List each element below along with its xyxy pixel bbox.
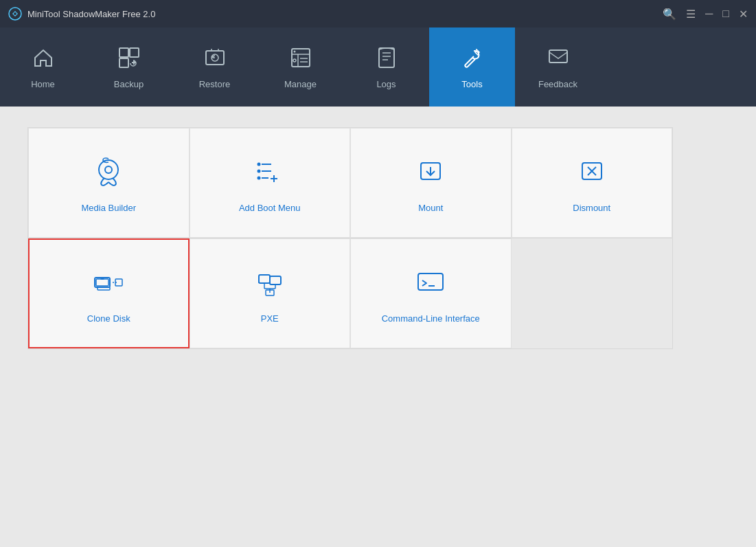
feedback-icon — [546, 45, 571, 74]
nav-label-manage: Manage — [284, 79, 317, 89]
svg-rect-14 — [379, 48, 394, 67]
search-icon[interactable]: 🔍 — [663, 8, 676, 21]
svg-rect-35 — [96, 279, 108, 286]
svg-rect-48 — [418, 274, 443, 290]
cli-icon — [413, 264, 448, 304]
home-icon — [31, 45, 56, 74]
svg-point-24 — [257, 169, 260, 172]
svg-rect-37 — [98, 287, 110, 290]
title-bar: MiniTool ShadowMaker Free 2.0 🔍 ☰ ─ □ ✕ — [0, 0, 756, 27]
svg-point-13 — [293, 59, 296, 62]
manage-icon — [288, 45, 313, 74]
nav-label-home: Home — [31, 79, 55, 89]
tool-label-cli: Command-Line Interface — [382, 313, 480, 324]
tool-label-mount: Mount — [418, 203, 443, 213]
menu-icon[interactable]: ☰ — [686, 8, 696, 21]
svg-rect-39 — [259, 275, 270, 283]
dismount-icon — [574, 153, 610, 193]
close-icon[interactable]: ✕ — [739, 8, 748, 21]
tool-card-media-builder[interactable]: Media Builder — [28, 128, 190, 238]
nav-item-tools[interactable]: Tools — [429, 27, 515, 107]
tool-label-dismount: Dismount — [573, 203, 610, 213]
tool-card-empty — [512, 238, 673, 348]
nav-label-backup: Backup — [114, 79, 144, 89]
clone-disk-icon — [91, 264, 126, 304]
svg-point-10 — [293, 50, 295, 52]
nav-label-feedback: Feedback — [538, 79, 577, 89]
main-content: Media Builder Add Boot Menu — [0, 107, 756, 547]
tool-card-mount[interactable]: Mount — [350, 128, 512, 238]
logs-icon — [374, 45, 399, 74]
nav-label-restore: Restore — [199, 79, 231, 89]
tool-card-add-boot-menu[interactable]: Add Boot Menu — [190, 128, 351, 238]
nav-item-backup[interactable]: Backup — [86, 27, 172, 107]
app-logo — [8, 7, 22, 21]
svg-rect-2 — [119, 48, 128, 57]
tool-card-cli[interactable]: Command-Line Interface — [350, 238, 512, 348]
tool-grid-row2: Clone Disk PXE — [27, 238, 673, 349]
nav-label-logs: Logs — [376, 79, 396, 89]
restore-icon — [203, 45, 227, 74]
add-boot-menu-icon — [252, 153, 288, 193]
svg-rect-42 — [270, 276, 281, 284]
tool-label-clone-disk: Clone Disk — [87, 313, 130, 324]
tool-label-add-boot-menu: Add Boot Menu — [239, 203, 301, 213]
svg-point-36 — [100, 278, 104, 280]
svg-rect-3 — [130, 48, 139, 57]
tool-label-pxe: PXE — [261, 313, 279, 324]
tool-label-media-builder: Media Builder — [82, 203, 137, 213]
backup-icon — [117, 45, 141, 74]
title-bar-controls[interactable]: 🔍 ☰ ─ □ ✕ — [663, 8, 748, 21]
nav-bar: Home Backup Restore — [0, 27, 756, 107]
media-builder-icon — [91, 153, 126, 193]
tool-card-clone-disk[interactable]: Clone Disk — [28, 238, 190, 348]
pxe-icon — [252, 264, 288, 304]
nav-label-tools: Tools — [461, 79, 482, 89]
app-title: MiniTool ShadowMaker Free 2.0 — [27, 9, 155, 19]
svg-rect-4 — [119, 58, 128, 67]
tool-card-pxe[interactable]: PXE — [190, 238, 351, 348]
minimize-icon[interactable]: ─ — [705, 8, 713, 20]
tools-icon — [460, 45, 485, 74]
nav-item-feedback[interactable]: Feedback — [515, 27, 601, 107]
mount-icon — [413, 153, 448, 193]
nav-item-manage[interactable]: Manage — [257, 27, 343, 107]
svg-point-20 — [105, 166, 112, 173]
svg-point-19 — [99, 160, 118, 179]
svg-rect-18 — [549, 50, 567, 63]
tool-grid-row1: Media Builder Add Boot Menu — [27, 127, 673, 238]
tool-card-dismount[interactable]: Dismount — [512, 128, 673, 238]
svg-point-22 — [257, 162, 260, 166]
svg-point-26 — [257, 176, 260, 179]
nav-item-restore[interactable]: Restore — [172, 27, 257, 107]
title-bar-left: MiniTool ShadowMaker Free 2.0 — [8, 7, 155, 21]
maximize-icon[interactable]: □ — [722, 8, 729, 20]
nav-item-home[interactable]: Home — [0, 27, 86, 107]
svg-point-1 — [14, 12, 16, 15]
nav-item-logs[interactable]: Logs — [343, 27, 429, 107]
